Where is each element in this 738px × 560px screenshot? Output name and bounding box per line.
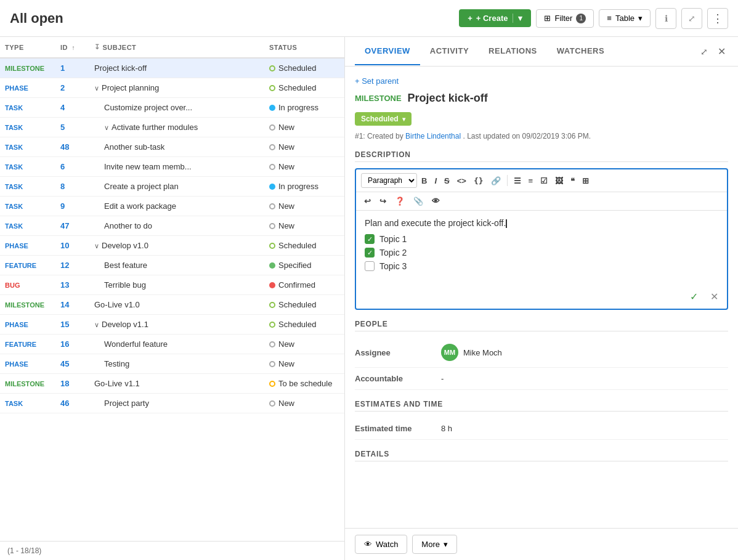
status-badge-caret-icon: ▾ <box>402 116 405 123</box>
table-row[interactable]: PHASE 45 Testing New <box>0 354 344 374</box>
table-row[interactable]: TASK 46 Project party New <box>0 394 344 413</box>
status-cell: To be schedule <box>269 379 339 388</box>
bold-button[interactable]: B <box>418 174 430 187</box>
checklist-item-2[interactable]: ✓ Topic 2 <box>365 248 718 258</box>
info-icon: ℹ <box>665 14 668 23</box>
table-row[interactable]: TASK 4 Customize project over... In prog… <box>0 98 344 118</box>
col-header-subject[interactable]: ↧ SUBJECT <box>89 37 231 57</box>
status-cell: New <box>269 339 339 349</box>
editor-cancel-button[interactable]: ✕ <box>707 288 722 305</box>
preview-button[interactable]: 👁 <box>429 195 443 208</box>
undo-button[interactable]: ↩ <box>361 195 374 208</box>
type-label: PHASE <box>5 360 28 368</box>
cell-status: Scheduled <box>264 78 344 98</box>
editor-confirm-button[interactable]: ✓ <box>686 288 702 305</box>
status-dot <box>269 223 275 229</box>
id-value: 12 <box>60 261 69 270</box>
expand-icon-btn[interactable]: ⤢ <box>698 44 710 60</box>
italic-button[interactable]: I <box>431 174 440 187</box>
id-value: 1 <box>60 63 65 73</box>
inline-code-button[interactable]: {} <box>471 174 487 187</box>
table-row[interactable]: PHASE 15 ∨Develop v1.1 Scheduled <box>0 315 344 335</box>
tab-overview[interactable]: OVERVIEW <box>355 38 420 65</box>
cell-status: New <box>264 354 344 374</box>
col-header-status[interactable]: STATUS <box>264 37 344 58</box>
create-button[interactable]: + + Create ▾ <box>459 9 531 27</box>
cell-subject: Create a project plan <box>89 177 264 197</box>
checklist-item-3[interactable]: Topic 3 <box>365 261 718 271</box>
table-row[interactable]: TASK 9 Edit a work package New <box>0 197 344 216</box>
checkbox-2[interactable]: ✓ <box>365 248 375 258</box>
dots-icon: ⋮ <box>712 12 723 25</box>
tab-activity[interactable]: ACTIVITY <box>420 38 479 65</box>
more-caret-icon: ▾ <box>444 540 448 549</box>
cell-status: Scheduled <box>264 58 344 78</box>
creator-link[interactable]: Birthe Lindenthal <box>405 132 461 140</box>
table-label: Table <box>615 14 635 23</box>
table-row[interactable]: TASK 8 Create a project plan In progress <box>0 177 344 197</box>
table-row[interactable]: TASK 5 ∨Activate further modules New <box>0 118 344 137</box>
close-detail-button[interactable]: ✕ <box>715 43 728 60</box>
redo-button[interactable]: ↪ <box>376 195 389 208</box>
work-table: TYPE ID ↑ ↧ SUBJECT STATUS MILESTONE 1 P… <box>0 37 344 413</box>
blockquote-button[interactable]: ❝ <box>567 174 578 187</box>
ordered-list-button[interactable]: ≡ <box>525 174 537 187</box>
image-button[interactable]: 🖼 <box>552 174 566 187</box>
status-dot <box>269 124 275 131</box>
table-row[interactable]: MILESTONE 1 Project kick-off Scheduled <box>0 58 344 78</box>
accountable-label: Accountable <box>355 374 441 383</box>
table-row[interactable]: TASK 47 Another to do New <box>0 216 344 236</box>
table-row[interactable]: PHASE 10 ∨Develop v1.0 Scheduled <box>0 236 344 256</box>
tab-watchers[interactable]: WATCHERS <box>547 38 614 65</box>
status-dot <box>269 144 275 150</box>
col-header-id[interactable]: ID ↑ <box>55 37 89 58</box>
expand-icon: ⤢ <box>700 47 708 57</box>
table-row[interactable]: TASK 48 Another sub-task New <box>0 137 344 157</box>
editor-toolbar-bottom: ↩ ↪ ❓ 📎 👁 <box>356 192 727 211</box>
cell-subject: Terrible bug <box>89 275 264 295</box>
checkbox-3[interactable] <box>365 261 375 271</box>
table-scroll[interactable]: TYPE ID ↑ ↧ SUBJECT STATUS MILESTONE 1 P… <box>0 37 344 541</box>
table-row[interactable]: BUG 13 Terrible bug Confirmed <box>0 275 344 295</box>
table-toolbar-button[interactable]: ⊞ <box>579 174 592 187</box>
table-row[interactable]: PHASE 2 ∨Project planning Scheduled <box>0 78 344 98</box>
link-button[interactable]: 🔗 <box>488 174 504 187</box>
details-section: DETAILS <box>355 450 728 461</box>
tasklist-button[interactable]: ☑ <box>537 174 551 187</box>
editor-body[interactable]: Plan and execute the project kick-off. ✓… <box>356 211 727 285</box>
code-button[interactable]: <> <box>454 174 469 187</box>
table-row[interactable]: MILESTONE 18 Go-Live v1.1 To be schedule <box>0 374 344 394</box>
estimates-section-title: ESTIMATES AND TIME <box>355 400 728 412</box>
checklist-item-1[interactable]: ✓ Topic 1 <box>365 234 718 244</box>
more-button[interactable]: More ▾ <box>412 535 457 554</box>
cell-id: 5 <box>55 118 89 137</box>
cell-type: TASK <box>0 118 55 137</box>
status-badge[interactable]: Scheduled ▾ <box>355 112 412 126</box>
more-options-button[interactable]: ⋮ <box>707 8 728 29</box>
editor-container[interactable]: Paragraph B I S <> {} 🔗 ☰ ≡ ☑ 🖼 ❝ ⊞ <box>355 168 728 310</box>
checkbox-1[interactable]: ✓ <box>365 234 375 244</box>
cell-subject: ∨Develop v1.0 <box>89 236 264 256</box>
table-row[interactable]: MILESTONE 14 Go-Live v1.0 Scheduled <box>0 295 344 315</box>
table-row[interactable]: FEATURE 16 Wonderful feature New <box>0 335 344 354</box>
attachment-button[interactable]: 📎 <box>410 195 426 208</box>
col-header-type[interactable]: TYPE <box>0 37 55 58</box>
paragraph-select[interactable]: Paragraph <box>361 173 417 188</box>
filter-button[interactable]: ⊞ Filter 1 <box>536 9 594 28</box>
tab-relations[interactable]: RELATIONS <box>479 38 547 65</box>
set-parent-link[interactable]: + Set parent <box>355 76 728 86</box>
meta-suffix: . Last updated on 09/02/2019 3:06 PM. <box>463 132 591 140</box>
table-row[interactable]: TASK 6 Invite new team memb... New <box>0 157 344 177</box>
help-button[interactable]: ❓ <box>392 195 408 208</box>
watch-button[interactable]: 👁 Watch <box>355 535 407 554</box>
id-value: 5 <box>60 123 65 132</box>
table-button[interactable]: ≡ Table ▾ <box>599 9 651 27</box>
strikethrough-button[interactable]: S <box>441 174 453 187</box>
assignee-value: MM Mike Moch <box>441 344 502 361</box>
info-button[interactable]: ℹ <box>655 8 676 29</box>
status-dot <box>269 243 275 249</box>
bullet-list-button[interactable]: ☰ <box>511 174 524 187</box>
fullscreen-button[interactable]: ⤢ <box>681 8 702 29</box>
table-row[interactable]: FEATURE 12 Best feature Specified <box>0 256 344 275</box>
page-title: All open <box>10 10 459 26</box>
